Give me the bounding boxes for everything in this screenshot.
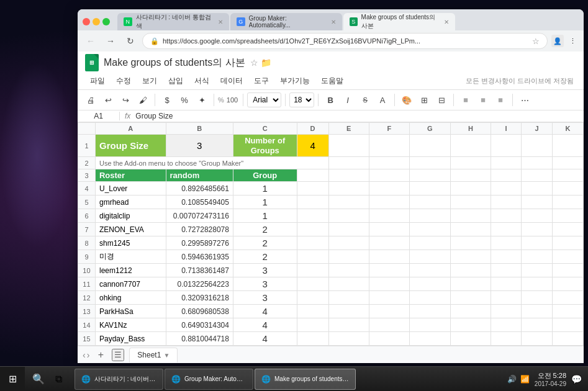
folder-icon[interactable]: 📁 xyxy=(261,58,271,68)
align-left-button[interactable]: ≡ xyxy=(458,92,474,108)
undo-button[interactable]: ↩ xyxy=(100,92,116,108)
cell-e15[interactable] xyxy=(328,332,369,346)
row-header-11[interactable]: 11 xyxy=(78,277,96,291)
cell-b13[interactable]: 0.6809680538 xyxy=(166,305,233,318)
cell-b8[interactable]: 0.2995897276 xyxy=(166,236,233,250)
cell-d3[interactable] xyxy=(297,169,328,182)
cell-e11[interactable] xyxy=(328,277,369,291)
cell-j14[interactable] xyxy=(522,318,553,332)
cell-h5[interactable] xyxy=(450,196,491,209)
cell-c3[interactable]: Group xyxy=(233,169,297,182)
cell-h3[interactable] xyxy=(450,169,491,182)
cell-h12[interactable] xyxy=(450,291,491,305)
tab-close-sheets[interactable]: ✕ xyxy=(444,19,449,25)
cell-i5[interactable] xyxy=(491,196,522,209)
scroll-sheets-right-icon[interactable]: › xyxy=(87,350,90,360)
cell-j4[interactable] xyxy=(522,182,553,196)
menu-icon[interactable]: ⋮ xyxy=(566,35,579,47)
cell-j12[interactable] xyxy=(522,291,553,305)
cell-i6[interactable] xyxy=(491,209,522,223)
bookmark-icon[interactable]: ☆ xyxy=(532,37,540,46)
menu-view[interactable]: 보기 xyxy=(137,74,162,88)
star-icon[interactable]: ☆ xyxy=(250,58,258,68)
col-header-b[interactable]: B xyxy=(166,123,233,135)
font-size-select[interactable]: 18 xyxy=(289,92,314,107)
cell-i8[interactable] xyxy=(491,236,522,250)
taskbar-app-1[interactable]: 🌐 사다리타기 : 네이버 통합검색 xyxy=(75,369,163,390)
cell-c5[interactable]: 1 xyxy=(233,196,297,209)
cell-d5[interactable] xyxy=(297,196,328,209)
scroll-sheets-left-icon[interactable]: › xyxy=(83,350,86,360)
cell-e2[interactable] xyxy=(328,157,369,169)
cell-i4[interactable] xyxy=(491,182,522,196)
cell-b12[interactable]: 0.3209316218 xyxy=(166,291,233,305)
cell-a15[interactable]: Payday_Bass xyxy=(95,332,166,346)
cell-i7[interactable] xyxy=(491,223,522,236)
refresh-button[interactable]: ↻ xyxy=(122,33,138,49)
cell-f14[interactable] xyxy=(369,318,409,332)
cell-e10[interactable] xyxy=(328,264,369,277)
cell-h1[interactable] xyxy=(450,135,491,157)
cell-h11[interactable] xyxy=(450,277,491,291)
cell-f3[interactable] xyxy=(369,169,409,182)
cell-k4[interactable] xyxy=(552,182,583,196)
cell-f11[interactable] xyxy=(369,277,409,291)
cell-c12[interactable]: 3 xyxy=(233,291,297,305)
cell-h4[interactable] xyxy=(450,182,491,196)
tab-groupmaker[interactable]: G Group Maker: Automatically... ✕ xyxy=(230,13,342,30)
cell-a9[interactable]: 미경 xyxy=(95,250,166,264)
cell-d12[interactable] xyxy=(297,291,328,305)
cell-b11[interactable]: 0.01322564223 xyxy=(166,277,233,291)
print-button[interactable]: 🖨 xyxy=(83,92,99,108)
cell-d7[interactable] xyxy=(297,223,328,236)
cell-c4[interactable]: 1 xyxy=(233,182,297,196)
cell-g11[interactable] xyxy=(410,277,451,291)
cell-i14[interactable] xyxy=(491,318,522,332)
cell-b10[interactable]: 0.7138361487 xyxy=(166,264,233,277)
taskbar-taskview-icon[interactable]: ⧉ xyxy=(50,371,67,388)
clock[interactable]: 오전 5:28 2017-04-29 xyxy=(535,371,566,387)
cell-i1[interactable] xyxy=(491,135,522,157)
cell-d14[interactable] xyxy=(297,318,328,332)
cell-d1[interactable]: 4 xyxy=(297,135,328,157)
maximize-button[interactable] xyxy=(102,18,110,25)
percent-button[interactable]: % xyxy=(176,92,192,108)
cell-c1[interactable]: Number ofGroups xyxy=(233,135,297,157)
tab-close-groupmaker[interactable]: ✕ xyxy=(331,19,336,25)
borders-button[interactable]: ⊞ xyxy=(416,92,432,108)
menu-file[interactable]: 파일 xyxy=(85,74,110,88)
cell-f2[interactable] xyxy=(369,157,409,169)
cell-j3[interactable] xyxy=(522,169,553,182)
row-header-13[interactable]: 13 xyxy=(78,305,96,318)
cell-h6[interactable] xyxy=(450,209,491,223)
sheet-tab-dropdown-icon[interactable]: ▼ xyxy=(163,352,170,359)
cell-g13[interactable] xyxy=(410,305,451,318)
menu-insert[interactable]: 삽입 xyxy=(163,74,188,88)
align-center-button[interactable]: ≡ xyxy=(475,92,491,108)
col-header-f[interactable]: F xyxy=(369,123,409,135)
cell-b1[interactable]: 3 xyxy=(166,135,233,157)
cell-j7[interactable] xyxy=(522,223,553,236)
cell-a1[interactable]: Group Size xyxy=(95,135,166,157)
cell-a4[interactable]: U_Lover xyxy=(95,182,166,196)
row-header-5[interactable]: 5 xyxy=(78,196,96,209)
cell-f10[interactable] xyxy=(369,264,409,277)
row-header-15[interactable]: 15 xyxy=(78,332,96,346)
cell-d10[interactable] xyxy=(297,264,328,277)
font-color-button[interactable]: A xyxy=(374,92,391,108)
cell-g15[interactable] xyxy=(410,332,451,346)
cell-f1[interactable] xyxy=(369,135,409,157)
fill-color-button[interactable]: 🎨 xyxy=(399,92,415,108)
cell-d9[interactable] xyxy=(297,250,328,264)
profile-icon[interactable]: 👤 xyxy=(551,35,564,47)
cell-f4[interactable] xyxy=(369,182,409,196)
cell-e12[interactable] xyxy=(328,291,369,305)
col-header-j[interactable]: J xyxy=(522,123,553,135)
col-header-c[interactable]: C xyxy=(233,123,297,135)
cell-f7[interactable] xyxy=(369,223,409,236)
cell-k7[interactable] xyxy=(552,223,583,236)
cell-h15[interactable] xyxy=(450,332,491,346)
menu-data[interactable]: 데이터 xyxy=(215,74,248,88)
cell-g6[interactable] xyxy=(410,209,451,223)
cell-a8[interactable]: shm1245 xyxy=(95,236,166,250)
